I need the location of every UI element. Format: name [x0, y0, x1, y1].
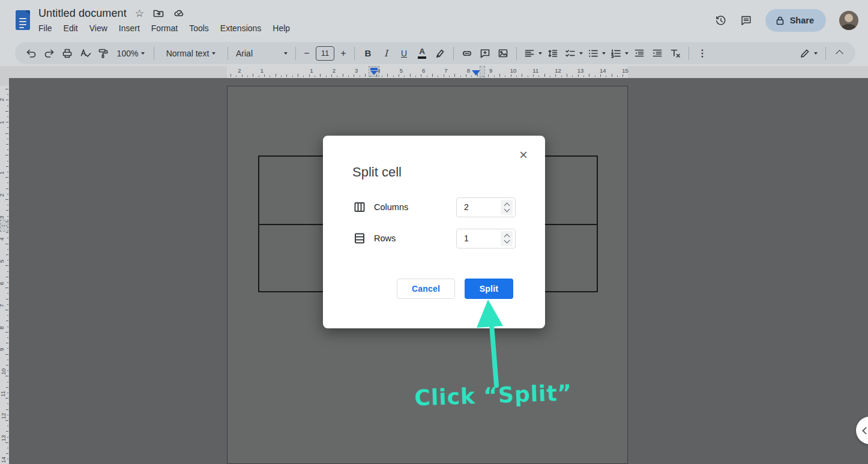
- rows-field-row: Rows: [352, 228, 516, 249]
- columns-stepper[interactable]: [501, 200, 513, 215]
- menu-help[interactable]: Help: [268, 22, 295, 34]
- toolbar-separator: [453, 47, 454, 60]
- avatar[interactable]: [839, 11, 858, 30]
- ruler-mark: [7, 459, 9, 459]
- increase-indent-button[interactable]: [648, 45, 666, 62]
- highlight-color-button[interactable]: [431, 45, 449, 62]
- increase-font-size-button[interactable]: +: [337, 45, 350, 62]
- menu-insert[interactable]: Insert: [114, 22, 145, 34]
- rows-value[interactable]: [457, 233, 498, 244]
- ruler-mark: [505, 76, 505, 77]
- close-icon[interactable]: ×: [515, 146, 532, 163]
- font-select[interactable]: Arial: [232, 45, 291, 62]
- split-button[interactable]: Split: [465, 279, 513, 299]
- ruler-mark: [617, 76, 618, 77]
- rows-stepper[interactable]: [501, 231, 513, 246]
- insert-image-button[interactable]: [494, 45, 512, 62]
- ruler-number: 4: [0, 238, 5, 241]
- underline-button[interactable]: U: [395, 45, 413, 62]
- bold-button[interactable]: B: [359, 45, 377, 62]
- cloud-saved-icon[interactable]: [173, 7, 185, 19]
- cancel-button[interactable]: Cancel: [397, 279, 455, 299]
- redo-button[interactable]: [40, 45, 58, 62]
- align-button[interactable]: [521, 45, 544, 62]
- ruler-number: 11: [0, 391, 6, 397]
- ruler-mark: [555, 74, 556, 77]
- hide-menus-button[interactable]: [830, 45, 848, 62]
- ruler-mark: [270, 76, 270, 77]
- ruler-mark: [5, 354, 8, 355]
- ruler-number: 4: [377, 67, 380, 74]
- columns-input[interactable]: [456, 197, 516, 217]
- rows-label: Rows: [374, 234, 456, 243]
- add-comment-button[interactable]: [476, 45, 494, 62]
- insert-link-button[interactable]: [458, 45, 476, 62]
- italic-button[interactable]: I: [377, 45, 395, 62]
- text-color-button[interactable]: A: [413, 45, 431, 62]
- ruler-mark: [432, 74, 433, 77]
- toolbar-separator: [228, 47, 228, 60]
- ruler-mark: [7, 94, 9, 95]
- ruler-mark: [365, 74, 366, 77]
- ruler-mark: [7, 172, 9, 172]
- star-icon[interactable]: ☆: [135, 8, 144, 19]
- checklist-button[interactable]: [562, 45, 585, 62]
- ruler-mark: [561, 76, 562, 77]
- ruler-mark: [499, 74, 500, 77]
- line-spacing-button[interactable]: [544, 45, 562, 62]
- numbered-list-button[interactable]: [607, 45, 630, 62]
- ruler-mark: [5, 288, 8, 288]
- paragraph-style-select[interactable]: Normal text: [158, 45, 223, 62]
- undo-button[interactable]: [22, 45, 40, 62]
- comments-icon[interactable]: [740, 14, 752, 26]
- ruler-mark: [5, 155, 8, 155]
- menu-extensions[interactable]: Extensions: [215, 22, 266, 34]
- decrease-font-size-button[interactable]: −: [300, 45, 313, 62]
- menu-view[interactable]: View: [85, 22, 112, 34]
- zoom-select[interactable]: 100%: [112, 45, 149, 62]
- ruler-number: 13: [0, 435, 7, 441]
- menu-file[interactable]: File: [34, 22, 57, 34]
- toolbar-separator: [689, 47, 689, 60]
- horizontal-ruler[interactable]: 21123456789101112131415: [0, 66, 868, 78]
- right-indent-marker[interactable]: [472, 70, 480, 76]
- ruler-mark: [488, 74, 489, 77]
- ruler-number: 12: [555, 67, 561, 74]
- ruler-mark: [7, 293, 9, 294]
- vertical-ruler[interactable]: 211234567891011121314: [0, 78, 9, 464]
- ruler-mark: [320, 74, 321, 77]
- menu-format[interactable]: Format: [146, 22, 182, 34]
- paint-format-button[interactable]: [94, 45, 112, 62]
- chevron-down-icon: [284, 52, 288, 55]
- menu-edit[interactable]: Edit: [59, 22, 83, 34]
- rows-input[interactable]: [456, 229, 516, 249]
- ruler-mark: [7, 182, 9, 183]
- ruler-mark: [6, 166, 8, 167]
- editing-mode-button[interactable]: [795, 45, 821, 62]
- ruler-number: 2: [0, 98, 5, 101]
- font-size-input[interactable]: 11: [316, 46, 334, 61]
- version-history-icon[interactable]: [715, 14, 727, 26]
- stepper-down-icon[interactable]: [504, 206, 510, 212]
- more-toolbar-button[interactable]: ⋮: [693, 45, 711, 62]
- move-folder-icon[interactable]: [152, 7, 164, 19]
- decrease-indent-button[interactable]: [630, 45, 648, 62]
- ruler-number: 7: [0, 304, 5, 307]
- ruler-mark: [427, 76, 427, 77]
- ruler-mark: [7, 348, 9, 349]
- columns-value[interactable]: [457, 202, 498, 212]
- document-title[interactable]: Untitled document: [38, 7, 127, 20]
- menu-tools[interactable]: Tools: [184, 22, 214, 34]
- bulleted-list-button[interactable]: [585, 45, 607, 62]
- ruler-mark: [303, 76, 304, 77]
- ruler-mark: [7, 360, 9, 360]
- ruler-number: 2: [0, 193, 5, 196]
- docs-logo-icon[interactable]: [16, 10, 30, 30]
- ruler-mark: [393, 76, 394, 77]
- share-button[interactable]: Share: [765, 9, 826, 32]
- clear-formatting-button[interactable]: [666, 45, 684, 62]
- show-side-panel-button[interactable]: [856, 417, 868, 444]
- spellcheck-button[interactable]: [76, 45, 94, 62]
- print-button[interactable]: [58, 45, 76, 62]
- stepper-down-icon[interactable]: [504, 237, 510, 243]
